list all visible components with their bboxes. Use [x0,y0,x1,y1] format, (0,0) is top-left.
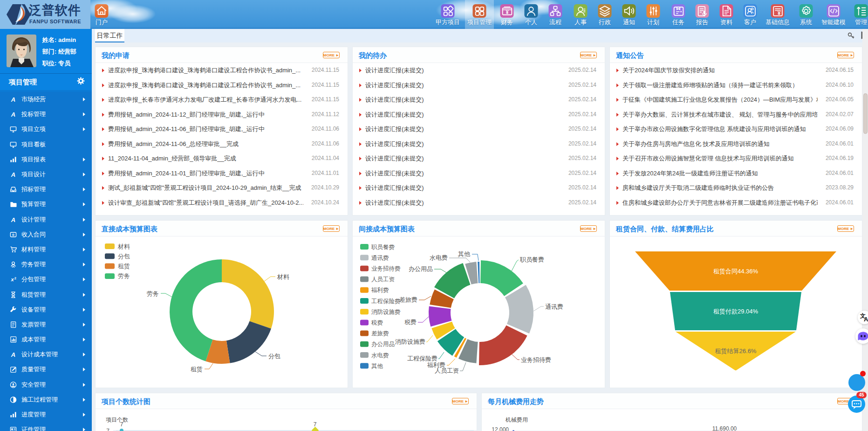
svg-text:租赁: 租赁 [118,263,130,270]
svg-text:租赁合同44.36%: 租赁合同44.36% [713,268,759,275]
svg-text:2: 2 [14,276,16,280]
svg-text:7: 7 [120,421,123,428]
svg-text:A: A [11,96,15,103]
svg-text:7: 7 [106,428,109,431]
svg-text:其他: 其他 [371,363,383,369]
svg-text:劳务: 劳务 [118,272,130,279]
svg-text:租赁: 租赁 [191,366,203,373]
svg-text:差旅费: 差旅费 [371,330,389,337]
svg-text:0: 0 [12,233,14,237]
svg-text:机械费用: 机械费用 [505,417,528,423]
svg-text:差旅费: 差旅费 [399,296,417,303]
svg-text:x: x [10,277,14,283]
svg-text:通讯费: 通讯费 [371,255,389,261]
svg-text:A: A [11,111,15,118]
svg-text:福利费: 福利费 [371,287,389,293]
svg-text:水电费: 水电费 [430,254,448,261]
svg-text:租赁结算26.6%: 租赁结算26.6% [715,348,757,355]
svg-text:其他: 其他 [458,250,471,257]
svg-text:工程保险费: 工程保险费 [371,298,401,305]
svg-text:A: A [11,216,15,223]
svg-text:材料: 材料 [117,243,130,250]
svg-text:业务招待费: 业务招待费 [371,265,401,272]
svg-text:通讯费: 通讯费 [545,303,563,310]
svg-text:水电费: 水电费 [371,352,389,359]
svg-text:项目个数: 项目个数 [106,417,128,423]
svg-text:劳务: 劳务 [147,290,159,297]
svg-text:12,000: 12,000 [492,426,509,431]
svg-text:材料: 材料 [277,273,289,280]
svg-text:消防设施费: 消防设施费 [395,338,425,345]
svg-text:租赁付款29.04%: 租赁付款29.04% [713,308,759,315]
svg-text:业务招待费: 业务招待费 [521,356,551,363]
svg-text:办公用品: 办公用品 [371,341,395,348]
svg-text:¥: ¥ [506,10,509,15]
svg-text:办公用品: 办公用品 [409,265,433,272]
svg-text:7: 7 [314,421,317,428]
svg-text:消防设施费: 消防设施费 [371,309,401,315]
svg-text:工程保险费: 工程保险费 [407,355,437,362]
svg-text:人员工资: 人员工资 [435,367,459,374]
svg-text:A: A [11,171,15,178]
svg-text:人员工资: 人员工资 [371,276,395,283]
svg-text:A: A [11,351,15,358]
svg-text:11,690.00: 11,690.00 [712,425,737,431]
svg-text:税费: 税费 [371,320,383,326]
svg-text:分包: 分包 [268,353,280,360]
svg-text:职员餐费: 职员餐费 [371,244,395,250]
svg-text:税费: 税费 [404,319,417,326]
svg-text:¥: ¥ [778,10,781,16]
svg-text:分包: 分包 [118,253,130,260]
svg-text:A: A [864,316,868,323]
svg-text:职员餐费: 职员餐费 [519,256,544,263]
